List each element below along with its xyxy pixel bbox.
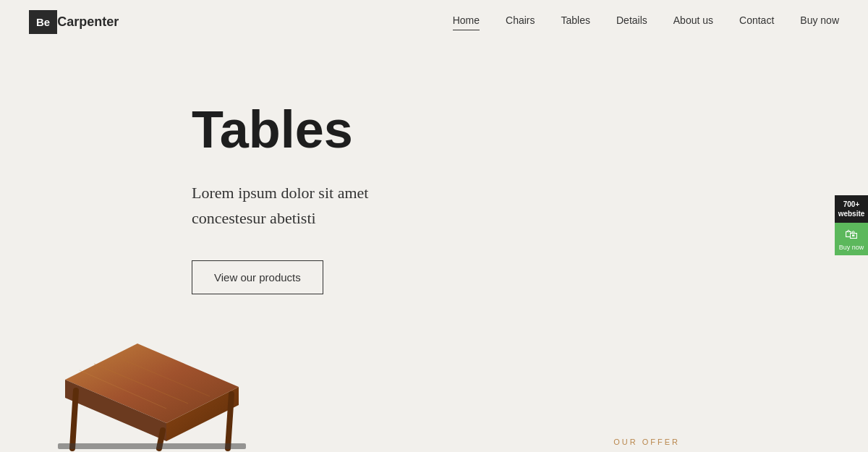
page-title: Tables [192, 101, 868, 158]
subtitle-line1: Lorem ipsum dolor sit amet [192, 184, 368, 202]
widget-number: 700+ [843, 200, 860, 208]
cart-icon: 🛍 [838, 227, 865, 242]
logo[interactable]: Be Carpenter [29, 10, 119, 34]
widget-count: 700+ website [835, 195, 868, 223]
hero-section: Tables Lorem ipsum dolor sit amet conces… [0, 43, 868, 294]
hero-subtitle: Lorem ipsum dolor sit amet concestesur a… [192, 180, 868, 231]
nav-tables[interactable]: Tables [561, 14, 590, 29]
our-offer-label: OUR OFFER [613, 438, 680, 446]
cta-button[interactable]: View our products [192, 260, 323, 294]
widget-label: website [838, 210, 865, 218]
nav-buynow[interactable]: Buy now [800, 14, 839, 29]
svg-rect-9 [58, 443, 246, 449]
widget-buy-now[interactable]: 🛍 Buy now [835, 223, 868, 255]
table-image-area [0, 322, 275, 452]
table-illustration [22, 329, 253, 452]
side-widgets: 700+ website 🛍 Buy now [835, 195, 868, 255]
widget-buy-label: Buy now [839, 244, 864, 251]
site-header: Be Carpenter Home Chairs Tables Details … [0, 0, 868, 43]
nav-about[interactable]: About us [673, 14, 713, 29]
subtitle-line2: concestesur abetisti [192, 209, 316, 227]
main-nav: Home Chairs Tables Details About us Cont… [453, 14, 839, 29]
logo-name: Carpenter [57, 14, 119, 30]
nav-contact[interactable]: Contact [739, 14, 774, 29]
svg-line-7 [228, 394, 231, 448]
nav-chairs[interactable]: Chairs [506, 14, 535, 29]
nav-home[interactable]: Home [453, 14, 480, 29]
nav-details[interactable]: Details [616, 14, 647, 29]
logo-be: Be [29, 10, 57, 34]
svg-line-6 [72, 391, 76, 448]
